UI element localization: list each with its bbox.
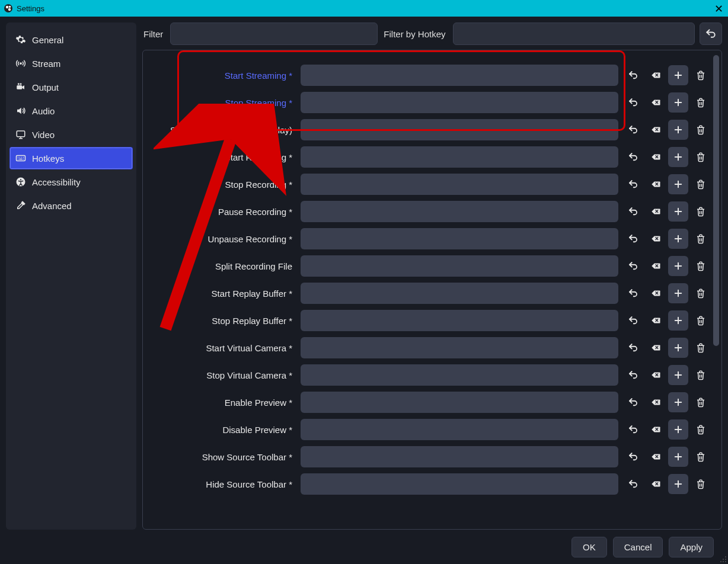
- scrollbar-thumb[interactable]: [713, 55, 719, 346]
- resize-grip-icon[interactable]: [719, 555, 727, 563]
- undo-button[interactable]: [623, 447, 643, 467]
- remove-button[interactable]: [691, 392, 711, 412]
- hotkey-input[interactable]: [301, 92, 618, 113]
- sidebar-item-general[interactable]: General: [9, 28, 133, 51]
- clear-button[interactable]: [646, 201, 666, 222]
- add-button[interactable]: [668, 174, 688, 194]
- clear-button[interactable]: [646, 392, 666, 412]
- clear-button[interactable]: [646, 174, 666, 194]
- add-button[interactable]: [668, 310, 688, 331]
- undo-button[interactable]: [623, 147, 643, 167]
- clear-button[interactable]: [646, 65, 666, 85]
- apply-button[interactable]: Apply: [669, 537, 714, 557]
- undo-button[interactable]: [623, 338, 643, 358]
- remove-button[interactable]: [691, 419, 711, 440]
- add-button[interactable]: [668, 120, 688, 140]
- clear-button[interactable]: [646, 256, 666, 276]
- undo-button[interactable]: [623, 65, 643, 85]
- add-button[interactable]: [668, 419, 688, 440]
- hotkey-input[interactable]: [301, 228, 618, 249]
- clear-button[interactable]: [646, 447, 666, 467]
- hotkey-input[interactable]: [301, 65, 618, 86]
- undo-button[interactable]: [623, 283, 643, 303]
- add-button[interactable]: [668, 447, 688, 467]
- svg-rect-5: [17, 85, 22, 89]
- sidebar-item-output[interactable]: Output: [9, 76, 133, 98]
- undo-button[interactable]: [623, 174, 643, 194]
- hotkey-rows: Start Streaming *Stop Streaming *Stop St…: [151, 65, 711, 521]
- hotkey-input[interactable]: [301, 119, 618, 140]
- remove-button[interactable]: [691, 174, 711, 194]
- undo-button[interactable]: [623, 365, 643, 385]
- filter-reset-button[interactable]: [700, 23, 722, 45]
- undo-button[interactable]: [623, 419, 643, 440]
- add-button[interactable]: [668, 65, 688, 85]
- undo-button[interactable]: [623, 256, 643, 276]
- close-icon[interactable]: ✕: [714, 2, 723, 15]
- undo-button[interactable]: [623, 474, 643, 494]
- undo-button[interactable]: [623, 92, 643, 113]
- hotkey-input[interactable]: [301, 446, 618, 467]
- add-button[interactable]: [668, 392, 688, 412]
- add-button[interactable]: [668, 283, 688, 303]
- undo-button[interactable]: [623, 310, 643, 331]
- add-button[interactable]: [668, 201, 688, 222]
- filter-hotkey-input[interactable]: [453, 23, 695, 45]
- hotkey-input[interactable]: [301, 419, 618, 440]
- sidebar-item-video[interactable]: Video: [9, 123, 133, 146]
- cancel-button[interactable]: Cancel: [613, 537, 663, 557]
- ok-button[interactable]: OK: [571, 537, 607, 557]
- undo-button[interactable]: [623, 229, 643, 249]
- remove-button[interactable]: [691, 147, 711, 167]
- undo-button[interactable]: [623, 201, 643, 222]
- remove-button[interactable]: [691, 365, 711, 385]
- scrollbar[interactable]: [713, 55, 719, 524]
- remove-button[interactable]: [691, 338, 711, 358]
- clear-button[interactable]: [646, 365, 666, 385]
- clear-button[interactable]: [646, 419, 666, 440]
- remove-button[interactable]: [691, 474, 711, 494]
- hotkey-input[interactable]: [301, 174, 618, 195]
- undo-button[interactable]: [623, 392, 643, 412]
- remove-button[interactable]: [691, 65, 711, 85]
- clear-button[interactable]: [646, 338, 666, 358]
- clear-button[interactable]: [646, 474, 666, 494]
- hotkey-input[interactable]: [301, 283, 618, 304]
- clear-button[interactable]: [646, 283, 666, 303]
- hotkey-input[interactable]: [301, 337, 618, 358]
- undo-button[interactable]: [623, 120, 643, 140]
- sidebar-item-accessibility[interactable]: Accessibility: [9, 171, 133, 193]
- remove-button[interactable]: [691, 310, 711, 331]
- remove-button[interactable]: [691, 283, 711, 303]
- add-button[interactable]: [668, 474, 688, 494]
- sidebar-item-advanced[interactable]: Advanced: [9, 194, 133, 217]
- sidebar-item-hotkeys[interactable]: Hotkeys: [9, 147, 133, 169]
- add-button[interactable]: [668, 92, 688, 113]
- sidebar-item-stream[interactable]: Stream: [9, 52, 133, 75]
- hotkey-input[interactable]: [301, 364, 618, 386]
- remove-button[interactable]: [691, 256, 711, 276]
- hotkey-input[interactable]: [301, 201, 618, 222]
- hotkey-input[interactable]: [301, 146, 618, 168]
- remove-button[interactable]: [691, 447, 711, 467]
- clear-button[interactable]: [646, 229, 666, 249]
- hotkey-input[interactable]: [301, 310, 618, 331]
- sidebar-item-audio[interactable]: Audio: [9, 100, 133, 122]
- clear-button[interactable]: [646, 92, 666, 113]
- remove-button[interactable]: [691, 92, 711, 113]
- add-button[interactable]: [668, 147, 688, 167]
- clear-button[interactable]: [646, 147, 666, 167]
- hotkey-input[interactable]: [301, 392, 618, 413]
- hotkey-input[interactable]: [301, 255, 618, 277]
- remove-button[interactable]: [691, 120, 711, 140]
- add-button[interactable]: [668, 338, 688, 358]
- remove-button[interactable]: [691, 201, 711, 222]
- filter-input[interactable]: [170, 23, 378, 45]
- clear-button[interactable]: [646, 310, 666, 331]
- hotkey-input[interactable]: [301, 473, 618, 495]
- remove-button[interactable]: [691, 229, 711, 249]
- add-button[interactable]: [668, 365, 688, 385]
- add-button[interactable]: [668, 229, 688, 249]
- add-button[interactable]: [668, 256, 688, 276]
- clear-button[interactable]: [646, 120, 666, 140]
